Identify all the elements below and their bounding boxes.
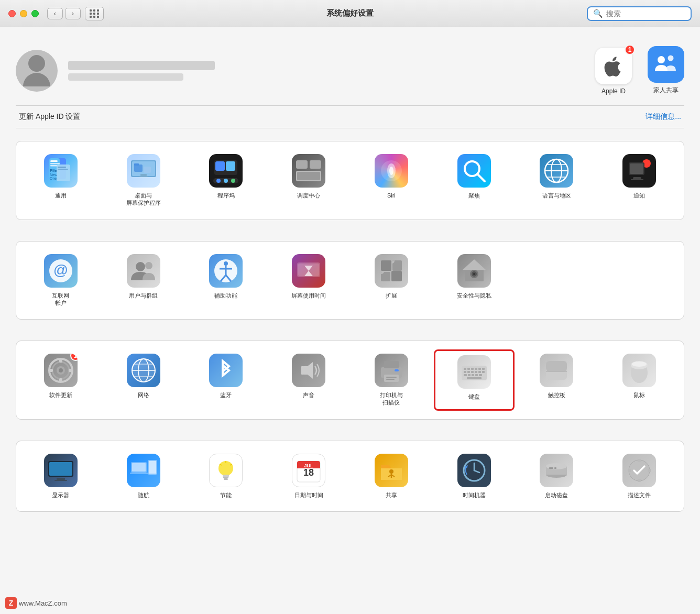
section-sep-1 <box>16 231 684 241</box>
pref-item-sharing[interactable]: 共享 <box>351 449 432 503</box>
language-label: 语言与地区 <box>542 192 571 199</box>
pref-item-display[interactable]: 显示器 <box>20 449 101 503</box>
svg-point-0 <box>658 56 665 63</box>
detail-link[interactable]: 详细信息... <box>646 112 681 122</box>
avatar[interactable] <box>16 50 58 92</box>
pref-item-siri[interactable]: Siri <box>351 150 432 211</box>
apple-id-item[interactable]: 1 Apple ID <box>595 48 632 95</box>
pref-item-datetime[interactable]: JUL 18 日期与时间 <box>268 449 349 503</box>
internet-icon: @ <box>44 254 78 288</box>
pref-item-handoff[interactable]: 随航 <box>103 449 184 503</box>
pref-item-internet[interactable]: @ 互联网帐户 <box>20 250 101 311</box>
pref-item-language[interactable]: 语言与地区 <box>517 150 597 211</box>
display-label: 显示器 <box>52 491 69 499</box>
forward-button[interactable]: › <box>65 8 81 19</box>
pref-item-printer[interactable]: 打印机与扫描仪 <box>351 349 432 411</box>
pref-item-profiles[interactable]: 描述文件 <box>599 449 680 503</box>
avatar-body <box>23 73 50 86</box>
printer-icon-svg <box>377 356 406 385</box>
desktop-icon <box>127 154 160 188</box>
pref-item-dock[interactable]: 程序坞 <box>186 150 267 211</box>
pref-item-accessibility[interactable]: 辅助功能 <box>186 250 267 311</box>
svg-rect-126 <box>223 475 229 477</box>
pref-item-spotlight[interactable]: 聚焦 <box>434 150 515 211</box>
handoff-icon <box>127 454 160 487</box>
notification-label: 通知 <box>633 192 645 199</box>
general-icon-svg: File New One <box>46 156 75 185</box>
security-icon <box>457 254 491 288</box>
svg-point-115 <box>632 361 647 367</box>
pref-item-bluetooth[interactable]: 蓝牙 <box>186 349 267 411</box>
back-button[interactable]: ‹ <box>47 8 63 19</box>
startup-label: 启动磁盘 <box>545 491 568 499</box>
pref-item-trackpad[interactable]: 触控板 <box>517 349 597 411</box>
pref-item-network[interactable]: 网络 <box>103 349 184 411</box>
datetime-icon: JUL 18 <box>292 454 325 487</box>
pref-item-screentime[interactable]: 屏幕使用时间 <box>268 250 349 311</box>
svg-rect-149 <box>549 467 553 469</box>
spotlight-icon-svg <box>460 156 489 185</box>
grid-view-button[interactable] <box>85 7 104 20</box>
search-input[interactable] <box>606 9 685 18</box>
svg-point-27 <box>231 179 235 183</box>
svg-rect-124 <box>149 461 156 474</box>
svg-rect-86 <box>384 361 399 368</box>
pref-item-users[interactable]: 用户与群组 <box>103 250 184 311</box>
grid-icon <box>90 9 100 18</box>
window-title: 系统偏好设置 <box>326 8 374 18</box>
pref-item-mission[interactable]: 调度中心 <box>268 150 349 211</box>
pref-item-security[interactable]: 安全性与隐私 <box>434 250 515 311</box>
svg-rect-93 <box>467 368 470 370</box>
svg-rect-117 <box>49 462 72 476</box>
printer-icon <box>375 354 408 387</box>
pref-item-desktop[interactable]: 桌面与屏幕保护程序 <box>103 150 184 211</box>
svg-point-76 <box>59 368 63 372</box>
pref-item-extensions[interactable]: 扩展 <box>351 250 432 311</box>
watermark: Z www.MacZ.com <box>5 597 67 609</box>
svg-rect-155 <box>648 469 651 472</box>
handoff-icon-svg <box>129 456 158 485</box>
svg-rect-74 <box>69 369 73 372</box>
minimize-button[interactable] <box>20 10 27 17</box>
svg-rect-72 <box>59 378 62 382</box>
pref-item-energy[interactable]: 节能 <box>186 449 267 503</box>
section-2: @ 互联网帐户 用户与群组 <box>16 241 684 320</box>
apple-id-badge: 1 <box>625 45 635 55</box>
screentime-label: 屏幕使用时间 <box>291 292 326 299</box>
network-icon-svg <box>129 356 158 385</box>
users-icon-svg <box>129 256 158 286</box>
svg-rect-106 <box>472 374 474 376</box>
svg-rect-29 <box>310 160 321 169</box>
screentime-icon <box>292 254 325 288</box>
svg-rect-99 <box>467 371 470 373</box>
internet-icon-svg: @ <box>46 256 75 286</box>
mission-icon-svg <box>294 156 323 185</box>
svg-rect-88 <box>386 377 397 378</box>
pref-item-general[interactable]: File New One 通用 <box>20 150 101 211</box>
pref-item-mouse[interactable]: 鼠标 <box>599 349 680 411</box>
notification-icon <box>622 154 656 188</box>
pref-grid-3: 1 软件更新 网络 <box>16 341 684 420</box>
family-sharing-item[interactable]: 家人共享 <box>648 46 684 95</box>
sharing-icon <box>375 454 408 487</box>
search-box[interactable]: 🔍 <box>587 6 692 21</box>
apple-logo-icon <box>603 54 624 78</box>
family-sharing-icon-wrap <box>648 46 684 83</box>
svg-rect-73 <box>49 369 53 372</box>
svg-rect-84 <box>301 366 303 375</box>
fullscreen-button[interactable] <box>31 10 39 17</box>
pref-item-startup[interactable]: 启动磁盘 <box>517 449 597 503</box>
siri-icon <box>375 154 408 188</box>
notification-icon-svg <box>625 156 654 185</box>
svg-rect-105 <box>468 374 471 376</box>
pref-item-software[interactable]: 1 软件更新 <box>20 349 101 411</box>
close-button[interactable] <box>8 10 16 17</box>
svg-rect-94 <box>471 368 474 370</box>
pref-item-timemachine[interactable]: 时间机器 <box>434 449 515 503</box>
pref-item-sound[interactable]: 声音 <box>268 349 349 411</box>
pref-item-notification[interactable]: 通知 <box>599 150 680 211</box>
pref-item-keyboard[interactable]: 键盘 <box>434 349 515 411</box>
search-icon: 🔍 <box>593 9 603 18</box>
svg-rect-31 <box>297 172 320 180</box>
software-icon-svg <box>46 356 75 385</box>
